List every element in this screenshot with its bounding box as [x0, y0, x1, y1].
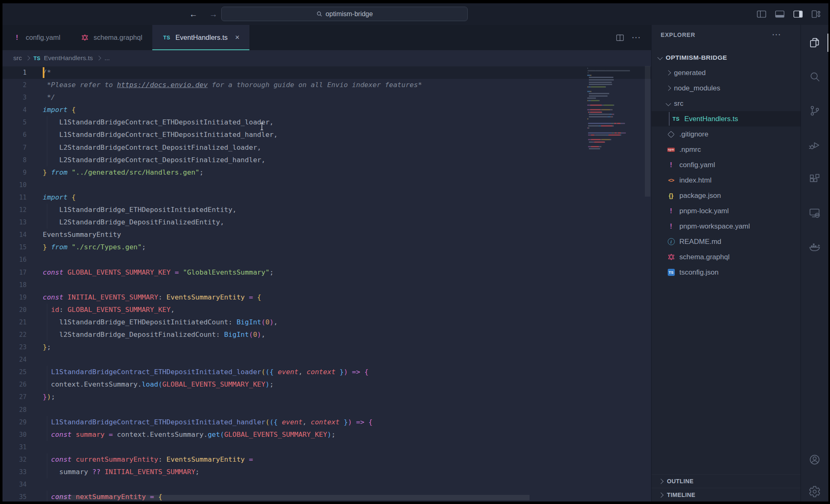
line-number: 9 [2, 166, 27, 179]
tree-item-config.yaml[interactable]: !config.yaml [652, 157, 801, 173]
breadcrumb-separator-icon [25, 56, 30, 60]
git-file-icon [666, 132, 676, 137]
search-icon[interactable] [801, 65, 828, 89]
account-icon[interactable] [801, 448, 828, 472]
code-line[interactable]: 25 L1StandardBridgeContract_ETHDepositIn… [2, 366, 651, 378]
settings-icon[interactable] [801, 480, 828, 502]
explorer-more-icon[interactable]: ··· [772, 31, 781, 39]
tree-item-label: pnpm-lock.yaml [679, 207, 729, 215]
minimap[interactable] [587, 67, 642, 150]
tree-item-src[interactable]: src [652, 96, 801, 111]
code-line[interactable]: 2 *Please refer to https://docs.envio.de… [2, 79, 651, 91]
code-line[interactable]: 18 [2, 279, 651, 291]
code-line[interactable]: 15} from "./src/Types.gen"; [2, 241, 651, 253]
code-line[interactable]: 17const GLOBAL_EVENTS_SUMMARY_KEY = "Glo… [2, 266, 651, 279]
run-debug-icon[interactable] [801, 133, 828, 157]
tree-item-.gitignore[interactable]: .gitignore [652, 127, 801, 142]
line-number: 31 [2, 441, 27, 453]
code-line[interactable]: 8 L2StandardBridgeContract_DepositFinali… [2, 154, 651, 166]
tree-item-label: .gitignore [679, 130, 708, 139]
tree-item-label: index.html [679, 176, 711, 185]
code-line[interactable]: 21 l1StandardBridge_ETHDepositInitiatedC… [2, 316, 651, 329]
code-line[interactable]: 28 [2, 404, 651, 416]
code-line[interactable]: 5 L1StandardBridgeContract_ETHDepositIni… [2, 116, 651, 129]
tree-item-.npmrc[interactable]: npm.npmrc [652, 142, 801, 157]
close-tab-icon[interactable]: × [235, 33, 240, 42]
tab-label: schema.graphql [93, 34, 142, 41]
code-line[interactable]: 27}); [2, 391, 651, 403]
code-line[interactable]: 26 context.EventsSummary.load(GLOBAL_EVE… [2, 378, 651, 391]
tree-root-folder[interactable]: OPTIMISM-BRIDGE [652, 50, 801, 65]
code-line[interactable]: 20 id: GLOBAL_EVENTS_SUMMARY_KEY, [2, 304, 651, 316]
layout-customize-icon[interactable] [811, 9, 822, 19]
line-number: 15 [2, 241, 27, 253]
code-line[interactable]: 23}; [2, 341, 651, 353]
chevron-right-icon [658, 492, 664, 498]
history-back-icon[interactable]: ← [189, 10, 198, 19]
code-line[interactable]: 7 L2StandardBridgeContract_DepositFinali… [2, 141, 651, 154]
code-line[interactable]: 30 const summary = context.EventsSummary… [2, 429, 651, 441]
chevron-down-icon [657, 55, 663, 60]
tree-item-generated[interactable]: generated [652, 65, 801, 80]
line-number: 1 [2, 66, 27, 79]
history-forward-icon[interactable]: → [209, 10, 217, 19]
info-file-icon: i [666, 238, 676, 245]
tree-item-node_modules[interactable]: node_modules [652, 80, 801, 96]
remote-explorer-icon[interactable] [801, 201, 828, 225]
code-line[interactable]: 13 L2StandardBridge_DepositFinalizedEnti… [2, 216, 651, 229]
source-control-icon[interactable] [801, 99, 828, 123]
code-line[interactable]: 16 [2, 253, 651, 266]
code-line[interactable]: 12 L1StandardBridge_ETHDepositInitiatedE… [2, 204, 651, 216]
tab-EventHandlers.ts[interactable]: TSEventHandlers.ts× [152, 25, 249, 50]
code-line[interactable]: 19const INITIAL_EVENTS_SUMMARY: EventsSu… [2, 291, 651, 304]
code-line[interactable]: 34 [2, 478, 651, 491]
tree-item-README.md[interactable]: iREADME.md [652, 234, 801, 249]
code-line[interactable]: 14EventsSummaryEntity [2, 229, 651, 241]
tree-item-pnpm-workspace.yaml[interactable]: !pnpm-workspace.yaml [652, 219, 801, 234]
code-line[interactable]: 6 L1StandardBridgeContract_ETHDepositIni… [2, 129, 651, 141]
tab-schema.graphql[interactable]: schema.graphql [70, 25, 152, 50]
code-line[interactable]: 29 L1StandardBridgeContract_ETHDepositIn… [2, 416, 651, 429]
code-line[interactable]: 1/* [2, 66, 651, 79]
docker-icon[interactable] [801, 235, 828, 259]
code-line[interactable]: 31 [2, 441, 651, 453]
section-timeline[interactable]: TIMELINE [652, 488, 801, 502]
tree-item-schema.graphql[interactable]: schema.graphql [652, 249, 801, 265]
tab-label: EventHandlers.ts [176, 34, 228, 41]
code-line[interactable]: 10 [2, 179, 651, 191]
code-line[interactable]: 24 [2, 353, 651, 366]
vertical-scrollbar[interactable] [645, 66, 650, 197]
tsconfig-file-icon: TS [666, 269, 676, 276]
code-line[interactable]: 33 summary ?? INITIAL_EVENTS_SUMMARY; [2, 466, 651, 478]
editor-more-actions-icon[interactable]: ··· [632, 34, 641, 41]
tree-item-EventHandlers.ts[interactable]: TSEventHandlers.ts [652, 111, 801, 127]
horizontal-scrollbar[interactable] [56, 495, 530, 500]
layout-panel-bottom-icon[interactable] [774, 9, 785, 19]
tree-item-index.html[interactable]: <>index.html [652, 173, 801, 188]
code-line[interactable]: 11import { [2, 191, 651, 204]
breadcrumb[interactable]: srcTSEventHandlers.ts... [2, 50, 651, 66]
breadcrumb-item[interactable]: src [13, 54, 22, 62]
line-number: 8 [2, 154, 27, 166]
code-line[interactable]: 4import { [2, 104, 651, 116]
code-line[interactable]: 32 const currentSummaryEntity: EventsSum… [2, 453, 651, 466]
breadcrumb-item[interactable]: TSEventHandlers.ts [34, 54, 93, 62]
line-number: 29 [2, 416, 27, 429]
code-line[interactable]: 3 */ [2, 91, 651, 104]
layout-sidebar-left-icon[interactable] [756, 9, 767, 19]
tab-config.yaml[interactable]: !config.yaml [2, 25, 70, 50]
tree-item-package.json[interactable]: {}package.json [652, 188, 801, 203]
split-editor-icon[interactable] [615, 33, 625, 42]
code-line[interactable]: 9} from "../generated/src/Handlers.gen"; [2, 166, 651, 179]
extensions-icon[interactable] [801, 167, 828, 191]
breadcrumb-item[interactable]: ... [105, 54, 110, 62]
layout-sidebar-right-icon[interactable] [793, 9, 803, 19]
explorer-icon[interactable] [801, 31, 828, 55]
tree-item-pnpm-lock.yaml[interactable]: !pnpm-lock.yaml [652, 203, 801, 219]
line-number: 11 [2, 191, 27, 204]
command-center-search[interactable]: optimism-bridge [221, 7, 468, 21]
section-outline[interactable]: OUTLINE [652, 474, 801, 488]
code-line[interactable]: 22 l2StandardBridge_DepositFinalizedCoun… [2, 329, 651, 341]
code-editor[interactable]: 1/*2 *Please refer to https://docs.envio… [2, 66, 651, 502]
tree-item-tsconfig.json[interactable]: TStsconfig.json [652, 265, 801, 280]
